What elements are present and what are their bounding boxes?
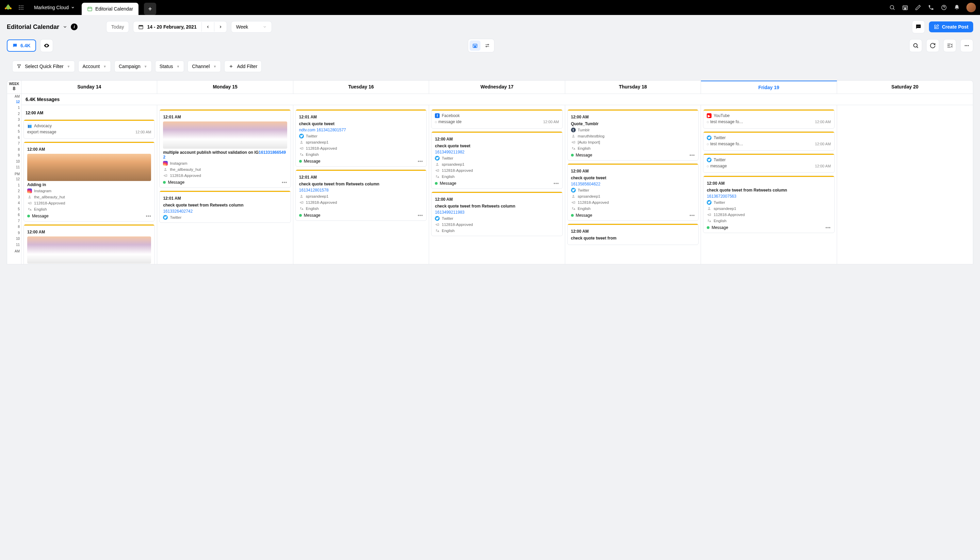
svg-rect-15 xyxy=(139,25,143,26)
message-card[interactable]: 12:00 AMcheck quote tweet1613585604622Tw… xyxy=(567,163,698,221)
svg-point-24 xyxy=(965,45,966,46)
apps-grid-icon[interactable] xyxy=(18,4,25,11)
day-header[interactable]: Thursday 18 xyxy=(565,81,701,93)
message-card[interactable]: 12:00 AMcheck quote tweet from Retweets … xyxy=(703,175,834,233)
time-axis: AM121234567891011PM121234567891011AM xyxy=(7,94,22,264)
card-menu-icon[interactable]: ••• xyxy=(825,225,831,230)
calendar-nav-icon[interactable]: 19 xyxy=(902,4,908,11)
preview-button[interactable] xyxy=(40,39,53,52)
prev-button[interactable] xyxy=(202,22,214,32)
day-header[interactable]: Monday 15 xyxy=(157,81,293,93)
filter-bar: Select Quick Filter▼ Account▼ Campaign▼ … xyxy=(7,57,973,76)
cloud-dropdown[interactable]: Marketing Cloud xyxy=(30,5,79,10)
card-menu-icon[interactable]: ••• xyxy=(418,159,423,163)
settings-view-button[interactable] xyxy=(482,40,493,51)
day-column: 12:00 AMQuote_TumblrtTumblrmaruthitestbl… xyxy=(565,105,701,264)
next-button[interactable] xyxy=(214,22,227,32)
card-menu-icon[interactable]: ••• xyxy=(553,181,559,186)
edit-icon[interactable] xyxy=(915,4,922,11)
svg-point-26 xyxy=(968,45,969,46)
add-tab-button[interactable] xyxy=(144,3,156,15)
svg-point-34 xyxy=(708,207,710,208)
svg-point-28 xyxy=(165,168,166,170)
time-slot-label: 12:00 AM xyxy=(23,109,155,119)
svg-point-6 xyxy=(19,9,20,10)
date-range-picker[interactable]: 14 - 20 February, 2021 xyxy=(133,21,227,33)
svg-point-27 xyxy=(29,196,30,197)
page-title: Editorial Calendar xyxy=(7,23,59,31)
svg-text:19: 19 xyxy=(474,46,476,48)
card-menu-icon[interactable]: ••• xyxy=(282,180,287,185)
more-button[interactable] xyxy=(960,39,973,52)
svg-text:19: 19 xyxy=(904,7,907,10)
calendar-icon xyxy=(87,6,93,12)
search-button[interactable] xyxy=(909,39,922,52)
message-card[interactable]: 12:00 AM xyxy=(23,224,155,264)
sort-button[interactable] xyxy=(943,39,956,52)
card-menu-icon[interactable]: ••• xyxy=(418,213,423,218)
brand-logo-icon[interactable] xyxy=(4,3,12,12)
add-filter-button[interactable]: Add Filter xyxy=(224,60,262,72)
message-card[interactable]: 12:01 AMcheck quote tweet from Retweets … xyxy=(295,170,427,221)
page-title-group: Editorial Calendar i xyxy=(7,23,78,31)
today-button[interactable]: Today xyxy=(106,21,129,33)
svg-point-8 xyxy=(22,9,23,10)
quick-filter-select[interactable]: Select Quick Filter▼ xyxy=(12,60,75,72)
svg-point-22 xyxy=(486,46,487,47)
account-filter[interactable]: Account▼ xyxy=(78,60,111,72)
day-header[interactable]: Sunday 14 xyxy=(22,81,157,93)
status-filter[interactable]: Status▼ xyxy=(155,60,185,72)
refresh-button[interactable] xyxy=(926,39,939,52)
message-card[interactable]: 12:01 AMmultiple account publish without… xyxy=(159,109,291,188)
card-menu-icon[interactable]: ••• xyxy=(690,153,695,158)
svg-point-32 xyxy=(573,135,574,136)
bell-icon[interactable] xyxy=(953,4,960,11)
message-card[interactable]: 12:01 AMcheck quote tweetndtv.com 161341… xyxy=(295,109,427,167)
view-select[interactable]: Week xyxy=(231,21,272,33)
week-number: WEEK 8 xyxy=(7,81,22,93)
card-menu-icon[interactable]: ••• xyxy=(146,214,152,218)
calendar: WEEK 8 Sunday 14Monday 15Tuesday 16Wedne… xyxy=(7,80,973,264)
message-card[interactable]: 12:00 AMcheck quote tweet1613499211982Tw… xyxy=(431,131,562,189)
message-card[interactable]: 12:00 AMcheck quote tweet from xyxy=(567,223,698,245)
day-header[interactable]: Tuesday 16 xyxy=(293,81,429,93)
active-tab[interactable]: Editorial Calendar xyxy=(82,3,138,15)
day-header[interactable]: Friday 19 xyxy=(701,81,837,93)
view-toggle: 19 xyxy=(468,39,495,52)
message-card[interactable]: Twittertest message fo…12:00 AM xyxy=(703,131,834,151)
phone-icon[interactable] xyxy=(928,4,934,11)
message-card[interactable]: fFacebookmessage ide12:00 AM xyxy=(431,109,562,128)
day-header[interactable]: Wednesday 17 xyxy=(429,81,565,93)
message-card[interactable]: 12:01 AMcheck quote tweet from Retweets … xyxy=(159,190,291,223)
calendar-view-button[interactable]: 19 xyxy=(470,40,480,51)
svg-rect-9 xyxy=(88,7,92,11)
message-count-chip[interactable]: 6.4K xyxy=(7,40,36,52)
tab-label: Editorial Calendar xyxy=(95,6,133,12)
topbar-left: Marketing Cloud Editorial Calendar xyxy=(4,0,156,15)
day-column: fFacebookmessage ide12:00 AM12:00 AMchec… xyxy=(429,105,565,264)
message-card[interactable]: 👥Advocacyexport message12:00 AM xyxy=(23,119,155,139)
chat-button[interactable] xyxy=(912,20,925,33)
campaign-filter[interactable]: Campaign▼ xyxy=(114,60,152,72)
message-card[interactable]: Twittermessage12:00 AM xyxy=(703,153,834,173)
channel-filter[interactable]: Channel▼ xyxy=(187,60,221,72)
svg-point-0 xyxy=(19,5,20,6)
topbar-right: 19 xyxy=(889,3,976,12)
help-icon[interactable] xyxy=(940,4,947,11)
info-icon[interactable]: i xyxy=(71,23,78,30)
svg-point-1 xyxy=(21,5,22,6)
message-card[interactable]: ▶YouTubetest message fo…12:00 AM xyxy=(703,109,834,128)
day-column xyxy=(837,105,973,264)
day-header[interactable]: Saturday 20 xyxy=(837,81,973,93)
svg-point-7 xyxy=(21,9,22,10)
user-avatar[interactable] xyxy=(967,3,976,12)
message-card[interactable]: 12:00 AMAdding inInstagramthe_allbeauty_… xyxy=(23,142,155,222)
message-card[interactable]: 12:00 AMQuote_TumblrtTumblrmaruthitestbl… xyxy=(567,109,698,161)
message-card[interactable]: 12:00 AMcheck quote tweet from Retweets … xyxy=(431,192,562,236)
sub-toolbar: 6.4K 19 xyxy=(0,37,980,57)
svg-point-3 xyxy=(19,7,20,8)
create-post-button[interactable]: Create Post xyxy=(929,22,973,32)
chevron-down-icon[interactable] xyxy=(63,25,67,29)
search-icon[interactable] xyxy=(889,4,896,11)
card-menu-icon[interactable]: ••• xyxy=(690,213,695,218)
